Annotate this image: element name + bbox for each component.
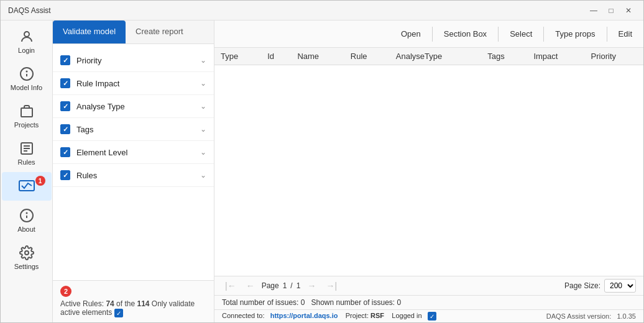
- tab-validate-model[interactable]: Validate model: [53, 20, 126, 43]
- connection-url: https://portal.daqs.io: [270, 312, 338, 319]
- status-left: Total number of issues: 0 Shown number o…: [222, 298, 636, 307]
- filter-checkbox-rules[interactable]: [60, 170, 70, 180]
- panel-footer: 2 Active Rules: 74 of the 114 Only valid…: [53, 280, 214, 322]
- chevron-down-icon-analyse-type: ⌄: [200, 102, 206, 111]
- total-pages: 1: [297, 281, 301, 290]
- col-tags: Tags: [481, 48, 527, 65]
- sidebar-item-model-info[interactable]: Model Info: [2, 60, 52, 96]
- page-separator: /: [290, 281, 292, 290]
- col-id: Id: [261, 48, 291, 65]
- sidebar-item-login-label: Login: [18, 47, 35, 54]
- close-button[interactable]: ✕: [621, 4, 636, 17]
- sidebar-item-rules[interactable]: Rules: [2, 135, 52, 171]
- chevron-down-icon-element-level: ⌄: [200, 148, 206, 157]
- svg-point-0: [24, 32, 29, 37]
- shown-issues-count: 0: [397, 298, 402, 307]
- data-table: Type Id Name Rule AnalyseType Tags Impac…: [214, 48, 643, 65]
- pagination-bar: |← ← Page 1 / 1 → →| Page Size: 50 100 2…: [214, 276, 643, 295]
- table-area: Type Id Name Rule AnalyseType Tags Impac…: [214, 48, 643, 276]
- filter-item-rules[interactable]: Rules ⌄: [53, 164, 214, 187]
- filter-item-analyse-type[interactable]: Analyse Type ⌄: [53, 95, 214, 118]
- page-size-select[interactable]: 50 100 200 500: [604, 279, 636, 293]
- sidebar-item-rules-label: Rules: [17, 158, 35, 166]
- sidebar-item-about-label: About: [17, 225, 35, 233]
- next-page-button[interactable]: →: [304, 280, 319, 292]
- minimize-button[interactable]: —: [586, 4, 601, 17]
- active-rules-of: of the: [116, 299, 135, 308]
- toolbar-separator-1: [432, 27, 433, 42]
- col-rule: Rule: [344, 48, 390, 65]
- content-area: Open Section Box Select Type props Edit …: [214, 20, 643, 322]
- sidebar-item-settings-label: Settings: [14, 263, 39, 270]
- first-page-button[interactable]: |←: [222, 280, 239, 292]
- col-type: Type: [214, 48, 261, 65]
- rules-icon: [18, 140, 35, 157]
- current-page: 1: [283, 281, 287, 290]
- last-page-button[interactable]: →|: [323, 280, 340, 292]
- total-issues-label: Total number of issues:: [222, 298, 298, 307]
- filter-checkbox-element-level[interactable]: [60, 147, 70, 157]
- filter-label-element-level: Element Level: [76, 148, 200, 157]
- sidebar-item-login[interactable]: Login: [2, 23, 52, 59]
- toolbar: Open Section Box Select Type props Edit: [214, 20, 643, 48]
- filter-item-element-level[interactable]: Element Level ⌄: [53, 141, 214, 164]
- validate-badge: 1: [35, 176, 45, 186]
- validate-icon: [18, 177, 35, 194]
- filter-checkbox-priority[interactable]: [60, 55, 70, 65]
- filter-item-tags[interactable]: Tags ⌄: [53, 118, 214, 141]
- about-icon: [18, 207, 35, 224]
- total-issues-count: 0: [301, 298, 305, 307]
- active-rules-count: 74: [106, 299, 114, 308]
- main-content: Login Model Info Projects: [1, 20, 643, 322]
- edit-button[interactable]: Edit: [610, 25, 641, 42]
- col-analyse-type: AnalyseType: [390, 48, 481, 65]
- sidebar-item-settings[interactable]: Settings: [2, 239, 52, 275]
- connection-bar: Connected to: https://portal.daqs.io Pro…: [214, 309, 643, 322]
- chevron-down-icon-tags: ⌄: [200, 125, 206, 134]
- section-box-button[interactable]: Section Box: [435, 25, 495, 42]
- table-header-row: Type Id Name Rule AnalyseType Tags Impac…: [214, 48, 643, 65]
- open-button[interactable]: Open: [392, 25, 430, 42]
- chevron-down-icon-rule-impact: ⌄: [200, 79, 206, 88]
- project-label: Project:: [346, 312, 369, 319]
- type-props-button[interactable]: Type props: [546, 25, 604, 42]
- filter-list: Priority ⌄ Rule Impact ⌄ Analyse Type ⌄: [53, 44, 214, 280]
- filter-checkbox-tags[interactable]: [60, 124, 70, 134]
- connection-right: DAQS Assist version: 1.0.35: [546, 312, 636, 320]
- sidebar-item-validate[interactable]: 1: [2, 172, 52, 201]
- filter-checkbox-analyse-type[interactable]: [60, 101, 70, 111]
- project-name: RSF: [370, 312, 384, 319]
- window-controls: — □ ✕: [586, 4, 636, 17]
- toolbar-separator-2: [498, 27, 499, 42]
- tab-create-report[interactable]: Create report: [126, 20, 193, 43]
- logged-in-checkbox: ✓: [428, 312, 436, 321]
- filter-item-rule-impact[interactable]: Rule Impact ⌄: [53, 72, 214, 95]
- active-rules-row: Active Rules: 74 of the 114 Only validat…: [60, 299, 206, 317]
- col-name: Name: [291, 48, 344, 65]
- filter-checkbox-rule-impact[interactable]: [60, 78, 70, 88]
- sidebar: Login Model Info Projects: [1, 20, 53, 322]
- active-rules-label: Active Rules:: [60, 299, 104, 308]
- sidebar-item-about[interactable]: About: [2, 202, 52, 238]
- footer-badge: 2: [60, 286, 71, 297]
- filter-label-rules: Rules: [76, 171, 200, 180]
- model-info-icon: [18, 65, 35, 83]
- active-elements-checkbox[interactable]: ✓: [114, 309, 123, 317]
- sidebar-item-projects[interactable]: Projects: [2, 98, 52, 134]
- toolbar-separator-4: [607, 27, 607, 42]
- footer-badge-row: 2: [60, 286, 206, 299]
- svg-point-13: [25, 251, 29, 255]
- window-title: DAQS Assist: [8, 6, 586, 15]
- sidebar-item-projects-label: Projects: [14, 121, 39, 129]
- panel-tabs: Validate model Create report: [53, 20, 214, 44]
- connection-left: Connected to: https://portal.daqs.io Pro…: [222, 312, 546, 321]
- filter-item-priority[interactable]: Priority ⌄: [53, 49, 214, 72]
- active-rules-total: 114: [137, 299, 149, 308]
- shown-issues-label: Shown number of issues:: [311, 298, 395, 307]
- prev-page-button[interactable]: ←: [243, 280, 258, 292]
- maximize-button[interactable]: □: [604, 4, 619, 17]
- chevron-down-icon-rules: ⌄: [200, 171, 206, 180]
- version-label: DAQS Assist version:: [546, 312, 612, 320]
- select-button[interactable]: Select: [501, 25, 541, 42]
- main-window: DAQS Assist — □ ✕ Login: [0, 0, 644, 323]
